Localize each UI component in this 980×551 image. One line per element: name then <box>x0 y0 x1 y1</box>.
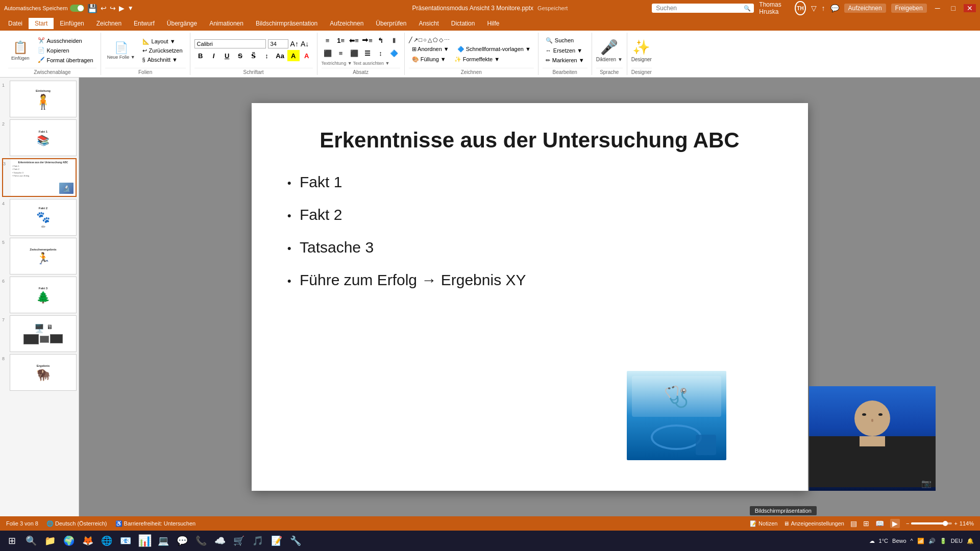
font-size-input[interactable] <box>268 39 288 48</box>
numbered-list-btn[interactable]: 1≡ <box>335 35 347 46</box>
slide-thumb-3[interactable]: 3 Erkenntnisse aus der Untersuchung ABC … <box>2 158 77 197</box>
ribbon-collapse-icon[interactable]: ▽ <box>811 4 817 12</box>
format-uebertragen-btn[interactable]: 🖌️Format übertragen <box>35 56 96 64</box>
start-button[interactable]: ⊞ <box>2 532 21 550</box>
shape-pentagon[interactable]: ⬠ <box>433 37 438 43</box>
autosave-switch[interactable] <box>70 5 84 12</box>
reading-view-btn[interactable]: 📖 <box>875 519 884 528</box>
search-input[interactable] <box>652 4 754 13</box>
slide-thumb-8[interactable]: 8 Ergebnis 🦬 <box>2 354 77 391</box>
decrease-font-icon[interactable]: A↓ <box>301 40 309 48</box>
abschnitt-btn[interactable]: §Abschnitt ▼ <box>139 56 186 64</box>
zoom-slider[interactable] <box>911 522 952 524</box>
menu-bildschirm[interactable]: Bildschirmpräsentation <box>250 18 324 29</box>
taskbar-chromium[interactable]: 🌐 <box>97 532 116 550</box>
share-btn[interactable]: Freigeben <box>891 4 927 13</box>
increase-indent-btn[interactable]: ⮕≡ <box>361 35 374 46</box>
formeffekte-btn[interactable]: ✨ Formeffekte ▼ <box>451 55 503 64</box>
taskbar-firefox[interactable]: 🦊 <box>79 532 97 550</box>
einfuegen-btn[interactable]: 📋 Einfügen <box>8 39 33 62</box>
toolbar-dropdown[interactable]: ▼ <box>128 5 134 12</box>
underline-btn[interactable]: U <box>221 50 233 61</box>
line-spacing-btn[interactable]: ↕ <box>375 48 387 59</box>
zoom-minus-btn[interactable]: − <box>906 520 909 527</box>
taskbar-store[interactable]: 🛒 <box>230 532 248 550</box>
align-right-btn[interactable]: ⬛ <box>348 48 360 59</box>
strikethrough-btn[interactable]: S <box>234 50 247 61</box>
taskbar-chrome[interactable]: 🌍 <box>60 532 78 550</box>
toolbar-icon-present[interactable]: ▶ <box>119 4 125 12</box>
shape-rect[interactable]: □ <box>419 37 423 43</box>
taskbar-onenote[interactable]: 📝 <box>267 532 286 550</box>
sorter-view-btn[interactable]: ⊞ <box>863 519 869 528</box>
spacing-btn[interactable]: ↕ <box>261 50 273 61</box>
shape-arrow[interactable]: ↗ <box>413 37 418 43</box>
close-button[interactable]: ✕ <box>964 4 976 12</box>
rtl-btn[interactable]: ↰ <box>375 35 387 46</box>
presentation-view-btn[interactable]: ▶ <box>890 519 900 528</box>
fuellung-btn[interactable]: 🎨 Füllung ▼ <box>409 55 449 64</box>
slide-thumb-2[interactable]: 2 Fakt 1 📚 <box>2 119 77 156</box>
ausschneiden-btn[interactable]: ✂️Ausschneiden <box>35 36 96 45</box>
anzeigeeinstellungen-btn[interactable]: 🖥 Anzeigeeinstellungen <box>783 520 844 527</box>
normal-view-btn[interactable]: ▤ <box>850 519 857 528</box>
cols-btn[interactable]: ⫴ <box>388 35 400 46</box>
shape-more[interactable]: ⋯ <box>444 37 450 43</box>
decrease-indent-btn[interactable]: ⬅≡ <box>348 35 360 46</box>
menu-einfuegen[interactable]: Einfügen <box>54 18 90 29</box>
menu-start[interactable]: Start <box>29 18 54 29</box>
menu-uebergaenge[interactable]: Übergänge <box>161 18 203 29</box>
toolbar-icon-redo[interactable]: ↪ <box>110 4 116 12</box>
menu-ansicht[interactable]: Ansicht <box>412 18 445 29</box>
schnellformate-btn[interactable]: 🔷 Schnellformat-vorlagen ▼ <box>454 45 534 54</box>
slide-thumb-4[interactable]: 4 Fakt 2 🐾 ✏ <box>2 199 77 236</box>
slide-thumb-1[interactable]: 1 Einleitung 🧍 <box>2 81 77 117</box>
comments-icon[interactable]: 💬 <box>830 4 839 12</box>
highlight-btn[interactable]: A <box>287 50 300 61</box>
taskbar-app1[interactable]: 💻 <box>154 532 173 550</box>
toolbar-icon-undo[interactable]: ↩ <box>101 4 107 12</box>
minimize-button[interactable]: ─ <box>932 4 943 12</box>
shape-circle[interactable]: ○ <box>423 37 427 43</box>
anordnen-btn[interactable]: ⊞ Anordnen ▼ <box>409 45 452 54</box>
zoom-plus-btn[interactable]: + <box>954 520 957 527</box>
taskbar-search[interactable]: 🔍 <box>22 532 40 550</box>
suchen-btn[interactable]: 🔍 Suchen <box>543 36 587 45</box>
menu-hilfe[interactable]: Hilfe <box>481 18 505 29</box>
zoom-handle[interactable] <box>943 521 948 526</box>
taskbar-mail[interactable]: 📧 <box>116 532 135 550</box>
slide-thumb-6[interactable]: 6 Fakt 3 🌲 <box>2 277 77 313</box>
align-left-btn[interactable]: ⬛ <box>322 48 334 59</box>
toolbar-icon-save[interactable]: 💾 <box>87 4 97 13</box>
shadow-btn[interactable]: S̈ <box>248 50 260 61</box>
taskbar-app3[interactable]: 🎵 <box>249 532 267 550</box>
taskbar-powerpoint[interactable]: 📊 <box>135 532 154 550</box>
italic-btn[interactable]: I <box>208 50 220 61</box>
share-icon[interactable]: ↑ <box>822 4 825 12</box>
zuruecksetzen-btn[interactable]: ↩Zurücksetzen <box>139 46 186 55</box>
notizen-btn[interactable]: 📝 Notizen <box>750 520 777 527</box>
bullet-list-btn[interactable]: ≡ <box>322 35 334 46</box>
diktieren-btn[interactable]: 🎤 Diktieren ▼ <box>596 33 623 68</box>
align-center-btn[interactable]: ≡ <box>335 48 347 59</box>
taskbar-explorer[interactable]: 📁 <box>41 532 59 550</box>
case-btn[interactable]: Aa <box>274 50 286 61</box>
designer-btn[interactable]: ✨ Designer <box>631 33 652 68</box>
taskbar-chevron[interactable]: ^ <box>911 538 913 544</box>
menu-datei[interactable]: Datei <box>2 18 29 29</box>
notification-icon[interactable]: 🔔 <box>967 538 974 544</box>
font-color-btn[interactable]: A <box>301 50 313 61</box>
shape-triangle[interactable]: △ <box>428 37 432 43</box>
menu-entwurf[interactable]: Entwurf <box>128 18 161 29</box>
slide-canvas[interactable]: Erkenntnisse aus der Untersuchung ABC ● … <box>252 103 808 491</box>
slide-thumb-5[interactable]: 5 Zwischenergebnis 🏃 <box>2 238 77 274</box>
markieren-btn[interactable]: ✏ Markieren ▼ <box>543 56 587 65</box>
neue-folie-btn[interactable]: 📄 Neue Folie ▼ <box>105 40 137 61</box>
taskbar-app4[interactable]: 🔧 <box>286 532 305 550</box>
font-name-input[interactable] <box>194 39 266 48</box>
menu-zeichnen[interactable]: Zeichnen <box>90 18 128 29</box>
maximize-button[interactable]: □ <box>948 4 959 12</box>
slide-thumb-7[interactable]: 7 🖥️ 🖥 <box>2 315 77 352</box>
kopieren-btn[interactable]: 📄Kopieren <box>35 46 96 55</box>
smartart-btn[interactable]: 🔷 <box>388 48 400 59</box>
